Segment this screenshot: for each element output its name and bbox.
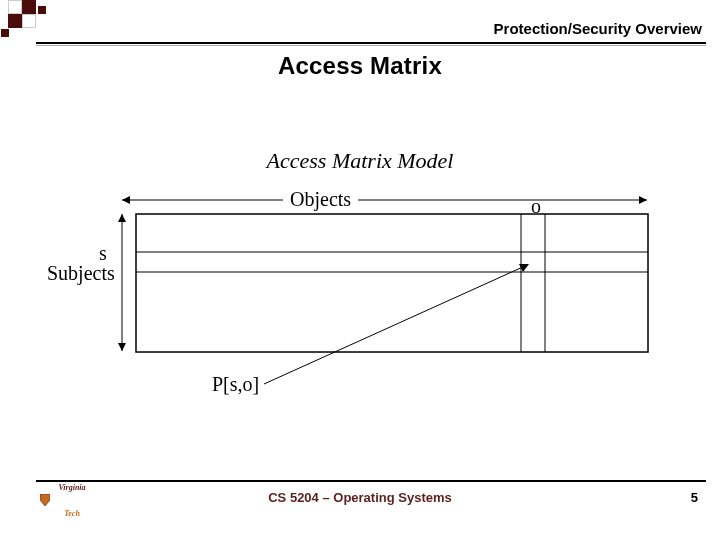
header-divider <box>36 42 706 44</box>
footer-course: CS 5204 – Operating Systems <box>0 490 720 505</box>
logo-text-bottom: Tech <box>40 510 104 518</box>
slide-title: Access Matrix <box>0 52 720 80</box>
svg-marker-3 <box>639 196 647 204</box>
label-o: o <box>531 195 541 218</box>
svg-marker-13 <box>519 264 529 272</box>
svg-marker-1 <box>122 196 130 204</box>
label-objects: Objects <box>290 188 351 211</box>
svg-line-12 <box>264 266 525 384</box>
footer-divider <box>36 480 706 482</box>
page-number: 5 <box>691 490 698 505</box>
svg-rect-7 <box>136 214 648 352</box>
slide-subtitle: Access Matrix Model <box>0 148 720 174</box>
svg-marker-6 <box>118 343 126 351</box>
header-divider-shadow <box>36 45 706 46</box>
svg-marker-5 <box>118 214 126 222</box>
label-subjects: Subjects <box>47 262 115 285</box>
breadcrumb: Protection/Security Overview <box>494 20 702 37</box>
label-pso: P[s,o] <box>212 373 259 396</box>
